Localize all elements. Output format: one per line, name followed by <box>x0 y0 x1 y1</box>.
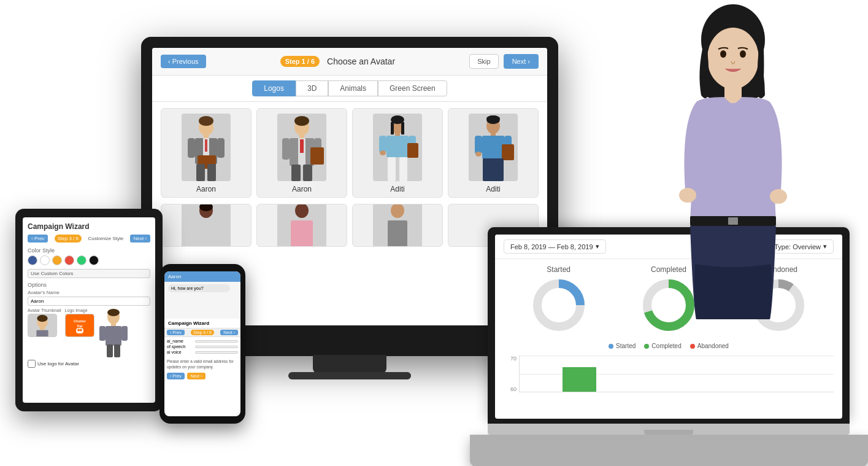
swatch-white[interactable] <box>40 255 50 265</box>
tablet: Campaign Wizard ‹ Prev Step 3 / 6 Custom… <box>15 209 163 411</box>
tablet-avatar-thumb-label: Avatar Thumbnail <box>28 308 61 313</box>
character-3d <box>647 0 819 319</box>
svg-rect-78 <box>107 344 113 357</box>
svg-rect-29 <box>395 133 400 136</box>
phone-form-row-3: ai voice <box>167 350 238 354</box>
svg-point-88 <box>720 50 726 58</box>
avatar-name-aaron2: Aaron <box>259 185 344 193</box>
tablet-checkbox-label: Use logo for Avatar <box>37 361 79 367</box>
svg-rect-15 <box>299 134 304 138</box>
avatar-card-aditi1[interactable]: Aditi <box>352 108 443 198</box>
tablet-big-avatar <box>98 308 129 357</box>
skip-button[interactable]: Skip <box>469 54 498 69</box>
y-label-60: 60 <box>504 386 517 392</box>
legend-label-abandoned: Abandoned <box>697 343 729 349</box>
phone-bottom-prev[interactable]: ‹ Prev <box>167 373 185 379</box>
grid-line-top <box>520 355 834 356</box>
tablet-prev-button[interactable]: ‹ Prev <box>28 235 48 243</box>
svg-rect-77 <box>121 326 128 341</box>
phone-text-content: Please enter a valid email address for u… <box>164 357 240 371</box>
phone-bottom-next[interactable]: Next › <box>187 373 206 379</box>
laptop-date-selector[interactable]: Feb 8, 2019 — Feb 8, 2019 ▾ <box>504 239 606 254</box>
tab-green-screen[interactable]: Green Screen <box>378 80 447 96</box>
tablet-avatar-name-input[interactable]: Aaron <box>28 297 150 306</box>
svg-point-89 <box>740 50 746 58</box>
laptop-bar-chart: 70 60 <box>495 353 842 396</box>
svg-rect-79 <box>114 344 120 357</box>
step-title: Choose an Avatar <box>327 56 395 66</box>
tablet-avatar-svg <box>28 314 56 337</box>
phone-chat-area: Hi, how are you? <box>164 282 240 319</box>
laptop-bar-area: 70 60 <box>504 355 834 392</box>
tablet-avatar-preview <box>98 308 150 357</box>
phone-form-row-2: of speech <box>167 344 238 349</box>
phone-form-label-3: ai voice <box>167 350 182 354</box>
avatar-svg-aditi2 <box>469 114 518 181</box>
svg-rect-35 <box>388 157 396 181</box>
avatar-svg-aaron2 <box>277 114 326 181</box>
laptop-grid <box>519 355 834 392</box>
svg-rect-37 <box>407 143 418 158</box>
swatch-red[interactable] <box>64 255 74 265</box>
svg-rect-68 <box>76 328 83 333</box>
tab-logos[interactable]: Logos <box>252 80 296 96</box>
swatch-blue[interactable] <box>28 255 37 265</box>
svg-rect-27 <box>391 122 394 134</box>
swatch-green[interactable] <box>77 255 86 265</box>
swatch-orange[interactable] <box>52 255 62 265</box>
svg-rect-36 <box>399 157 407 181</box>
phone-form-label-2: of speech <box>167 344 185 349</box>
avatar-card-aditi2[interactable]: Aditi <box>448 108 539 198</box>
tab-animals[interactable]: Animals <box>328 80 378 96</box>
avatar-card-aaron1[interactable]: Aaron <box>161 108 252 198</box>
avatar-card-partial-2[interactable] <box>256 204 347 247</box>
avatar-name-aaron1: Aaron <box>164 185 248 193</box>
tablet-avatar-thumb <box>28 314 57 337</box>
phone-form-section: ai_name of speech ai voice <box>164 337 240 357</box>
tablet-next-button[interactable]: Next › <box>130 235 150 243</box>
laptop-legend-completed: Completed <box>644 343 681 349</box>
tablet-bezel: Campaign Wizard ‹ Prev Step 3 / 6 Custom… <box>15 209 163 411</box>
legend-dot-completed <box>644 344 649 349</box>
tab-3d[interactable]: 3D <box>296 80 328 96</box>
svg-point-70 <box>80 329 82 332</box>
legend-dot-abandoned <box>690 344 695 349</box>
tablet-checkbox-row: Use logo for Avatar <box>28 360 150 368</box>
previous-button[interactable]: ‹ Previous <box>161 55 206 68</box>
phone-select-2[interactable] <box>195 346 238 348</box>
svg-rect-8 <box>217 138 225 158</box>
laptop-legend-abandoned: Abandoned <box>690 343 729 349</box>
avatar-card-aaron2[interactable]: Aaron <box>256 108 347 198</box>
svg-rect-43 <box>482 136 504 159</box>
phone-next-button[interactable]: Next › <box>220 330 238 335</box>
avatar-card-partial-3[interactable] <box>352 204 443 247</box>
tablet-screen: Campaign Wizard ‹ Prev Step 3 / 6 Custom… <box>23 217 155 403</box>
next-button[interactable]: Next › <box>504 54 539 69</box>
tablet-subbar: ‹ Prev Step 3 / 6 Customize Style Next › <box>28 235 150 243</box>
svg-point-61 <box>37 315 47 322</box>
svg-rect-23 <box>303 165 312 181</box>
tablet-dropdown[interactable]: Use Custom Colors <box>28 269 150 278</box>
svg-point-73 <box>107 309 120 316</box>
svg-point-14 <box>294 116 309 126</box>
phone-form-label-1: ai_name <box>167 339 183 343</box>
tablet-avatar-name-label: Avatar's Name <box>28 290 150 295</box>
tablet-logo-thumb: Chatter Pal <box>65 314 94 337</box>
svg-rect-48 <box>502 144 514 160</box>
svg-rect-58 <box>388 220 407 247</box>
phone-prev-button[interactable]: ‹ Prev <box>167 330 185 335</box>
avatar-card-partial-1[interactable] <box>161 204 252 247</box>
svg-rect-55 <box>291 220 313 247</box>
swatch-black[interactable] <box>89 255 99 265</box>
phone-select-1[interactable] <box>195 340 238 343</box>
tablet-logo-label: Logo Image <box>65 308 94 313</box>
svg-rect-19 <box>282 138 290 160</box>
laptop-keyboard <box>470 435 868 466</box>
phone-select-3[interactable] <box>195 351 238 354</box>
svg-rect-10 <box>196 164 205 181</box>
svg-rect-7 <box>188 138 195 158</box>
tablet-checkbox[interactable] <box>28 360 36 368</box>
laptop-y-axis: 70 60 <box>504 355 519 392</box>
phone-campaign-title: Campaign Wizard <box>164 319 240 328</box>
tablet-title: Campaign Wizard <box>28 222 150 231</box>
